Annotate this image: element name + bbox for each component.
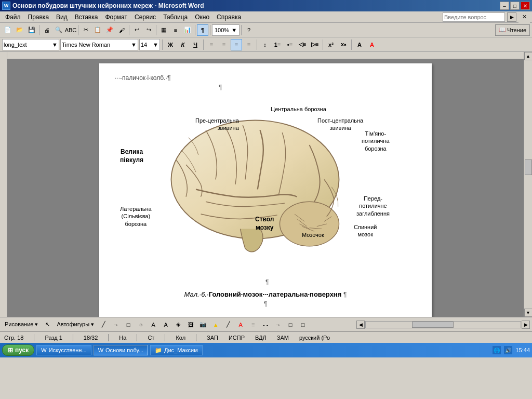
arrow-style-button[interactable]: → <box>272 319 284 330</box>
status-rec: ЗАП <box>207 335 218 341</box>
menu-insert[interactable]: Вставка <box>72 12 101 22</box>
scroll-thumb[interactable] <box>525 159 532 175</box>
decrease-indent-button[interactable]: ◁≡ <box>297 39 308 50</box>
print-button[interactable]: 🖨 <box>41 24 52 36</box>
open-button[interactable]: 📂 <box>14 24 25 36</box>
status-page: Стр. 18 <box>4 335 23 341</box>
font-size-dropdown[interactable]: 14 ▼ <box>139 39 160 50</box>
diagram-tool[interactable]: ◈ <box>172 319 184 330</box>
font-color-draw-button[interactable]: A <box>235 319 246 330</box>
taskbar-label-1: Основи побу... <box>105 347 143 353</box>
start-button[interactable]: ⊞ пуск <box>2 344 34 356</box>
subscript-button[interactable]: x₂ <box>338 39 349 50</box>
line-color-button[interactable]: ╱ <box>222 319 234 330</box>
help-button[interactable]: ? <box>243 24 255 36</box>
scroll-down-button[interactable]: ▼ <box>524 309 533 317</box>
menu-file[interactable]: Файл <box>2 12 24 22</box>
status-position: 18/32 <box>84 335 98 341</box>
new-button[interactable]: 📄 <box>2 24 14 36</box>
menu-table[interactable]: Таблица <box>160 12 191 22</box>
menu-help[interactable]: Справка <box>214 12 244 22</box>
label-cerebellum: Мозочок <box>302 231 324 238</box>
redo-button[interactable]: ↪ <box>143 24 154 36</box>
align-center-button[interactable]: ≡ <box>218 39 230 50</box>
style-dropdown[interactable]: long_text ▼ <box>2 39 59 50</box>
label-parieto-occipital: Тім'яно-потиличнаборозна <box>362 130 390 152</box>
line-style-button[interactable]: ≡ <box>247 319 259 330</box>
spell-check-button[interactable]: ABC <box>65 24 76 36</box>
line-spacing-button[interactable]: ↕ <box>259 39 271 50</box>
insert-table-button[interactable]: ▦ <box>158 24 169 36</box>
help-search-button[interactable]: ▶ <box>507 12 516 22</box>
align-right-button[interactable]: ≡ <box>231 39 242 50</box>
select-object-button[interactable]: ↖ <box>42 319 53 330</box>
text-box-tool[interactable]: A <box>148 319 159 330</box>
fmt-separator-1 <box>162 39 163 50</box>
copy-button[interactable]: 📋 <box>92 24 103 36</box>
windows-logo: ⊞ <box>8 347 13 354</box>
print-preview-button[interactable]: 🔍 <box>53 24 64 36</box>
close-search-button[interactable]: ✕ <box>518 11 530 23</box>
increase-indent-button[interactable]: ▷≡ <box>309 39 321 50</box>
fill-color-button[interactable]: ▲ <box>210 319 221 330</box>
menu-format[interactable]: Формат <box>102 12 130 22</box>
italic-button[interactable]: К <box>177 39 189 50</box>
picture-tool[interactable]: 📷 <box>197 319 209 330</box>
line-tool[interactable]: ╱ <box>98 319 109 330</box>
tray-icon-volume: 🔊 <box>504 346 512 354</box>
align-left-button[interactable]: ≡ <box>206 39 217 50</box>
align-justify-button[interactable]: ≡ <box>243 39 255 50</box>
scroll-up-button[interactable]: ▲ <box>524 52 533 60</box>
menu-tools[interactable]: Сервис <box>131 12 159 22</box>
save-button[interactable]: 💾 <box>26 24 37 36</box>
clipart-tool[interactable]: 🖼 <box>185 319 196 330</box>
scroll-left-button[interactable]: ◀ <box>356 321 365 329</box>
reading-mode-button[interactable]: 📖 Чтение <box>495 24 530 36</box>
scroll-track[interactable] <box>525 60 532 309</box>
taskbar-item-2[interactable]: 📁 Дис_Максим <box>150 345 203 355</box>
vertical-scrollbar[interactable]: ▲ ▼ <box>524 52 532 317</box>
undo-button[interactable]: ↩ <box>131 24 142 36</box>
caption-text: Мал.·6.·Головний·мозок·-·латеральна·пове… <box>184 290 343 298</box>
cut-button[interactable]: ✂ <box>80 24 91 36</box>
rect-tool[interactable]: □ <box>123 319 134 330</box>
menu-view[interactable]: Вид <box>53 12 71 22</box>
3d-button[interactable]: □ <box>297 319 309 330</box>
format-painter-button[interactable]: 🖌 <box>116 24 127 36</box>
dash-style-button[interactable]: - - <box>260 319 271 330</box>
insert-chart-button[interactable]: 📊 <box>182 24 193 36</box>
numbering-button[interactable]: 1≡ <box>272 39 283 50</box>
menu-window[interactable]: Окно <box>192 12 212 22</box>
insert-columns-button[interactable]: ≡ <box>170 24 181 36</box>
minimize-button[interactable]: – <box>500 2 509 10</box>
maximize-button[interactable]: □ <box>510 2 520 10</box>
menu-edit[interactable]: Правка <box>25 12 52 22</box>
drawing-toolbar: Рисование ▾ ↖ Автофигуры ▾ ╱ → □ ○ A A ◈… <box>0 317 532 331</box>
scroll-right-button[interactable]: ▶ <box>522 321 530 329</box>
font-color-button[interactable]: A <box>366 39 378 50</box>
wordart-tool[interactable]: A <box>160 319 171 330</box>
bullets-button[interactable]: •≡ <box>284 39 296 50</box>
arrow-tool[interactable]: → <box>110 319 122 330</box>
taskbar-item-1[interactable]: W Основи побу... <box>94 345 148 355</box>
toolbar-separator-5 <box>195 25 195 35</box>
paste-button[interactable]: 📌 <box>104 24 115 36</box>
document-main[interactable]: ···-паличок·і·колб.·¶ ¶ <box>7 52 532 317</box>
zoom-dropdown[interactable]: 100% ▼ <box>212 24 240 36</box>
superscript-button[interactable]: x² <box>325 39 337 50</box>
oval-tool[interactable]: ○ <box>135 319 147 330</box>
underline-button[interactable]: Ч <box>190 39 201 50</box>
taskbar-item-0[interactable]: W Искусственн... <box>36 345 91 355</box>
shadow-button[interactable]: □ <box>285 319 296 330</box>
font-dropdown[interactable]: Times New Roman ▼ <box>60 39 138 50</box>
autoshapes-button[interactable]: Автофигуры ▾ <box>54 319 97 330</box>
show-para-button[interactable]: ¶ <box>197 24 208 36</box>
status-zam: ЗАМ <box>277 335 289 341</box>
draw-menu-button[interactable]: Рисование ▾ <box>2 319 41 330</box>
bold-button[interactable]: Ж <box>165 39 176 50</box>
help-search-input[interactable] <box>443 12 505 22</box>
doc-left-ruler <box>0 52 7 317</box>
label-preoccipital: Перед-потиличнезаглиблення <box>356 195 390 217</box>
close-button[interactable]: ✕ <box>521 2 530 10</box>
highlight-button[interactable]: A <box>354 39 365 50</box>
